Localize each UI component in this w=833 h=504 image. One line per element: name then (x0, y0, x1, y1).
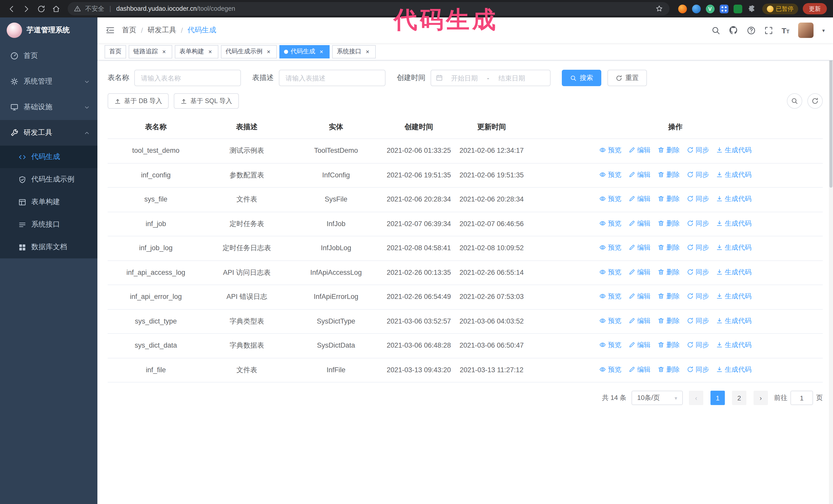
edit-link[interactable]: 编辑 (628, 267, 650, 277)
delete-link[interactable]: 删除 (658, 242, 680, 253)
edit-link[interactable]: 编辑 (628, 145, 650, 155)
github-icon[interactable] (729, 26, 738, 35)
tab-codegen[interactable]: 代码生成 × (279, 45, 330, 58)
page-button-2[interactable]: 2 (732, 391, 746, 405)
help-icon[interactable] (747, 26, 755, 34)
generate-code-link[interactable]: 生成代码 (716, 169, 752, 179)
edit-link[interactable]: 编辑 (628, 364, 650, 374)
generate-code-link[interactable]: 生成代码 (716, 194, 752, 204)
extension-icon-orange[interactable] (678, 4, 687, 13)
generate-code-link[interactable]: 生成代码 (716, 364, 752, 374)
sidebar-item-form-builder[interactable]: 表单构建 (0, 191, 97, 213)
sidebar-fold-icon[interactable] (105, 26, 115, 35)
page-button-1[interactable]: 1 (711, 391, 725, 405)
edit-link[interactable]: 编辑 (628, 169, 650, 179)
preview-link[interactable]: 预览 (599, 145, 621, 155)
bookmark-star-icon[interactable] (655, 5, 663, 13)
delete-link[interactable]: 删除 (658, 316, 680, 326)
paused-badge[interactable]: 已暂停 (762, 3, 798, 14)
reload-icon[interactable] (36, 4, 46, 14)
generate-code-link[interactable]: 生成代码 (716, 316, 752, 326)
browser-update-button[interactable]: 更新 (803, 3, 827, 14)
breadcrumb-devtools[interactable]: 研发工具 (148, 26, 176, 35)
app-logo[interactable]: 芋道管理系统 (0, 18, 97, 43)
sidebar-item-devtools[interactable]: 研发工具 (0, 120, 97, 146)
edit-link[interactable]: 编辑 (628, 316, 650, 326)
sidebar-item-home[interactable]: 首页 (0, 43, 97, 69)
search-button[interactable]: 搜索 (562, 70, 601, 86)
extension-icon-green[interactable] (733, 4, 742, 13)
home-icon[interactable] (51, 4, 61, 14)
tab-home[interactable]: 首页 (104, 45, 126, 58)
sync-link[interactable]: 同步 (687, 364, 709, 374)
preview-link[interactable]: 预览 (599, 340, 621, 350)
sidebar-item-system-api[interactable]: 系统接口 (0, 213, 97, 236)
goto-page-input[interactable] (790, 391, 813, 405)
edit-link[interactable]: 编辑 (628, 194, 650, 204)
delete-link[interactable]: 删除 (658, 340, 680, 350)
import-sql-button[interactable]: 基于 SQL 导入 (174, 93, 239, 109)
sync-link[interactable]: 同步 (687, 316, 709, 326)
font-size-icon[interactable]: TT (782, 26, 789, 34)
back-icon[interactable] (6, 4, 17, 14)
generate-code-link[interactable]: 生成代码 (716, 242, 752, 253)
generate-code-link[interactable]: 生成代码 (716, 291, 752, 301)
delete-link[interactable]: 删除 (658, 364, 680, 374)
sync-link[interactable]: 同步 (687, 291, 709, 301)
date-range-picker[interactable]: - (431, 70, 551, 86)
sidebar-item-codegen-example[interactable]: 代码生成示例 (0, 168, 97, 191)
edit-link[interactable]: 编辑 (628, 291, 650, 301)
page-scrollbar[interactable] (829, 18, 833, 504)
delete-link[interactable]: 删除 (658, 194, 680, 204)
vue-devtools-icon[interactable]: V (706, 4, 714, 13)
import-db-button[interactable]: 基于 DB 导入 (108, 93, 169, 109)
preview-link[interactable]: 预览 (599, 169, 621, 179)
preview-link[interactable]: 预览 (599, 316, 621, 326)
close-icon[interactable]: × (161, 48, 168, 55)
preview-link[interactable]: 预览 (599, 194, 621, 204)
sync-link[interactable]: 同步 (687, 194, 709, 204)
close-icon[interactable]: × (364, 48, 371, 55)
close-icon[interactable]: × (265, 48, 272, 55)
next-page-button[interactable]: › (754, 391, 768, 405)
delete-link[interactable]: 删除 (658, 145, 680, 155)
preview-link[interactable]: 预览 (599, 267, 621, 277)
edit-link[interactable]: 编辑 (628, 242, 650, 253)
start-date-input[interactable] (445, 74, 484, 82)
table-desc-input[interactable] (279, 70, 385, 86)
page-size-select[interactable]: 10条/页 ▾ (632, 391, 683, 405)
delete-link[interactable]: 删除 (658, 291, 680, 301)
forward-icon[interactable] (21, 4, 31, 14)
preview-link[interactable]: 预览 (599, 218, 621, 228)
close-icon[interactable]: × (318, 48, 325, 55)
user-avatar[interactable] (798, 23, 813, 38)
extensions-puzzle-icon[interactable] (747, 5, 755, 13)
extension-icon-grid[interactable] (719, 4, 728, 13)
prev-page-button[interactable]: ‹ (689, 391, 703, 405)
sidebar-item-system[interactable]: 系统管理 (0, 69, 97, 94)
delete-link[interactable]: 删除 (658, 169, 680, 179)
edit-link[interactable]: 编辑 (628, 340, 650, 350)
preview-link[interactable]: 预览 (599, 242, 621, 253)
edit-link[interactable]: 编辑 (628, 218, 650, 228)
delete-link[interactable]: 删除 (658, 218, 680, 228)
toggle-search-button[interactable] (787, 93, 802, 109)
delete-link[interactable]: 删除 (658, 267, 680, 277)
close-icon[interactable]: × (207, 48, 214, 55)
sidebar-item-codegen[interactable]: 代码生成 (0, 146, 97, 168)
end-date-input[interactable] (492, 74, 532, 82)
sync-link[interactable]: 同步 (687, 340, 709, 350)
tab-trace[interactable]: 链路追踪 × (129, 45, 172, 58)
tab-codegen-example[interactable]: 代码生成示例 × (221, 45, 277, 58)
generate-code-link[interactable]: 生成代码 (716, 218, 752, 228)
sync-link[interactable]: 同步 (687, 169, 709, 179)
sidebar-item-infra[interactable]: 基础设施 (0, 94, 97, 120)
tab-form-builder[interactable]: 表单构建 × (175, 45, 218, 58)
address-bar[interactable]: 不安全 | dashboard.yudao.iocoder.cn/tool/co… (68, 2, 669, 16)
sync-link[interactable]: 同步 (687, 267, 709, 277)
preview-link[interactable]: 预览 (599, 364, 621, 374)
sidebar-item-db-docs[interactable]: 数据库文档 (0, 236, 97, 258)
extension-icon-blue[interactable] (692, 4, 700, 13)
search-icon[interactable] (711, 26, 720, 34)
sync-link[interactable]: 同步 (687, 242, 709, 253)
